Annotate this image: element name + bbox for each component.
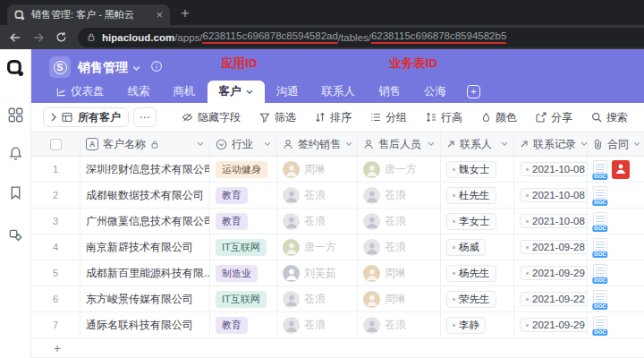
customer-name[interactable]: 成都银数据技术有限公司 (86, 188, 204, 203)
back-icon[interactable] (9, 31, 21, 44)
table-row[interactable]: 2 成都银数据技术有限公司 教育 苍浪 苍浪 杜先生 2021-10-08 DO… (31, 183, 644, 209)
contact-chip[interactable]: 李静 (446, 317, 486, 334)
tab-communication[interactable]: 沟通 (265, 81, 310, 103)
hide-fields-button[interactable]: 隐藏字段 (182, 110, 241, 125)
record-chip[interactable]: 2021-09-28 (520, 240, 588, 254)
doc-attachment[interactable]: DOC (593, 186, 607, 205)
new-tab-button[interactable]: + (181, 4, 190, 22)
url-apps-segment: /apps/ (174, 32, 202, 43)
table-row[interactable]: 1 深圳挖财信息技术有限公司 运动健身 周琳 唐一方 魏女士 2021-10-0… (31, 157, 644, 183)
url-bar[interactable]: hipacloud.com/apps/6238115c696878c859458… (78, 28, 644, 47)
app-icon[interactable]: S (49, 56, 71, 78)
avatar (283, 239, 300, 256)
tab-sales[interactable]: 销售 (367, 81, 412, 103)
notifications-bell-icon[interactable] (8, 146, 23, 161)
table-row[interactable]: 7 通际名联科技有限公司 教育 苍浪 苍浪 李静 2021-09-29 DOC (31, 312, 644, 338)
tab-public-sea[interactable]: 公海 (412, 81, 458, 103)
record-chip[interactable]: 2021-09-22 (520, 292, 588, 306)
info-icon[interactable] (150, 60, 163, 72)
group-button[interactable]: 分组 (370, 110, 407, 125)
tab-leads[interactable]: 线索 (116, 81, 162, 103)
browser-tabstrip: 销售管理: 客户 - 黑帕云 × + (0, 0, 644, 25)
chevron-down-icon[interactable] (501, 141, 508, 147)
tab-opportunities[interactable]: 商机 (162, 81, 208, 103)
chevron-down-icon[interactable] (580, 141, 588, 147)
apps-grid-icon[interactable] (8, 107, 23, 123)
chevron-down-icon[interactable] (633, 141, 640, 147)
doc-badge: DOC (592, 226, 607, 232)
select-all-checkbox[interactable] (50, 139, 62, 150)
customer-name[interactable]: 东方峻景传媒有限公司 (86, 292, 193, 307)
tab-contacts[interactable]: 联系人 (310, 81, 368, 103)
doc-attachment[interactable]: DOC (593, 238, 607, 257)
contact-chip[interactable]: 杜先生 (446, 187, 496, 204)
tab-customers[interactable]: 客户 (208, 81, 265, 103)
avatar (283, 161, 300, 178)
customer-name[interactable]: 深圳挖财信息技术有限公司 (86, 162, 210, 177)
chevron-down-icon[interactable] (197, 141, 204, 147)
doc-attachment[interactable]: DOC (593, 316, 607, 335)
add-row-button[interactable]: + (31, 338, 644, 358)
bookmark-icon[interactable] (8, 185, 23, 200)
sort-button[interactable]: 排序 (315, 110, 352, 125)
url-domain: hipacloud.com (102, 32, 174, 43)
close-tab-icon[interactable]: × (156, 9, 163, 21)
photo-attachment[interactable] (612, 160, 630, 179)
record-chip[interactable]: 2021-09-29 (520, 266, 588, 280)
table-row[interactable]: 3 广州微菓信息技术有限公司 教育 苍浪 苍浪 李女士 2021-10-08 D… (31, 209, 644, 234)
reload-icon[interactable] (55, 31, 67, 43)
customer-name[interactable]: 南京新辟技术有限公司 (86, 240, 193, 255)
tab-dashboard[interactable]: 仪表盘 (45, 81, 116, 103)
person-icon (283, 139, 293, 149)
app-switcher-chevron-down-icon[interactable] (132, 65, 140, 72)
doc-attachment[interactable]: DOC (593, 290, 607, 309)
chevron-down-icon[interactable] (264, 141, 271, 147)
sales-person-name: 苍浪 (304, 318, 326, 333)
chevron-down-icon[interactable] (345, 141, 352, 147)
table-row[interactable]: 4 南京新辟技术有限公司 IT互联网 唐一方 苍浪 杨威 2021-09-28 … (31, 234, 644, 260)
contact-chip[interactable]: 魏女士 (446, 161, 496, 178)
column-header-after-sales[interactable]: 售后人员 (358, 132, 441, 156)
record-chip[interactable]: 2021-10-08 (520, 162, 588, 176)
column-header-customer-name[interactable]: A 客户名称 (80, 132, 210, 156)
column-header-industry[interactable]: 行业 (210, 132, 277, 156)
contact-chip[interactable]: 荣先生 (446, 291, 496, 308)
chevron-down-icon[interactable] (428, 141, 435, 147)
customer-name[interactable]: 广州微菓信息技术有限公司 (86, 214, 210, 229)
contact-chip[interactable]: 杨先生 (446, 265, 496, 282)
table-row[interactable]: 5 成都新百里能源科技有限... 制造业 刘芙茹 周琳 杨先生 2021-09-… (31, 260, 644, 286)
contact-chip[interactable]: 李女士 (446, 213, 496, 230)
record-chip[interactable]: 2021-09-29 (520, 318, 588, 332)
forward-icon[interactable] (32, 31, 45, 44)
doc-badge: DOC (592, 251, 607, 258)
contact-chip[interactable]: 杨威 (446, 239, 486, 256)
column-header-contact[interactable]: 联系人 (441, 132, 514, 156)
row-height-button[interactable]: 行高 (426, 110, 462, 125)
customer-name[interactable]: 通际名联科技有限公司 (86, 318, 193, 333)
customer-name[interactable]: 成都新百里能源科技有限... (86, 266, 210, 281)
table-row[interactable]: 6 东方峻景传媒有限公司 IT互联网 苍浪 周琳 荣先生 2021-09-22 … (31, 286, 644, 312)
templates-shapes-icon[interactable] (8, 228, 23, 243)
column-header-signing-sales[interactable]: 签约销售 (277, 132, 358, 156)
doc-badge: DOC (592, 277, 607, 284)
select-field-icon (216, 139, 227, 150)
doc-attachment[interactable]: DOC (593, 264, 607, 283)
doc-attachment[interactable]: DOC (593, 160, 607, 179)
select-all-cell (31, 132, 80, 156)
url-app-id: 6238115c696878c8594582ad (202, 30, 337, 44)
column-header-contact-record[interactable]: 联系记录 (514, 132, 588, 156)
record-chip[interactable]: 2021-10-08 (520, 188, 588, 202)
share-button[interactable]: 分享 (536, 110, 572, 125)
record-chip[interactable]: 2021-10-08 (520, 214, 588, 228)
link-field-icon (520, 140, 529, 149)
after-sales-name: 周琳 (385, 292, 406, 307)
doc-attachment[interactable]: DOC (593, 212, 607, 231)
browser-tab[interactable]: 销售管理: 客户 - 黑帕云 × (7, 4, 170, 25)
filter-button[interactable]: 筛选 (259, 110, 296, 125)
search-button[interactable]: 搜索 (591, 110, 628, 125)
column-header-contract[interactable]: 合同 (588, 132, 644, 156)
color-button[interactable]: 颜色 (481, 110, 517, 125)
view-selector[interactable]: 所有客户 (43, 107, 129, 127)
view-more-button[interactable]: ⋯ (133, 107, 157, 127)
add-table-button[interactable]: + (458, 81, 489, 103)
